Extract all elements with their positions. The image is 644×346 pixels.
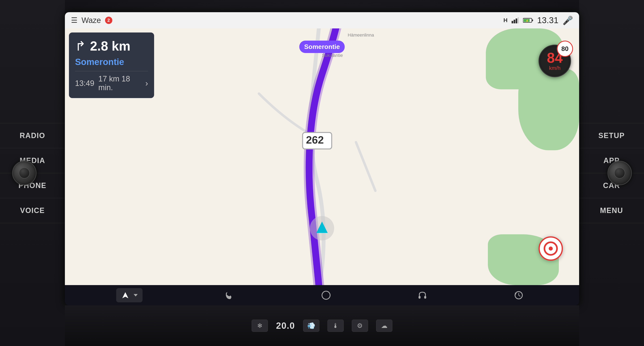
- svg-rect-14: [424, 296, 426, 299]
- map-location-hint-2: Sukulantie: [322, 53, 343, 58]
- nav-distance: 2.8 km: [90, 39, 130, 54]
- climate-icon-5: ☁: [381, 322, 388, 329]
- bottom-item-recent[interactable]: [510, 288, 528, 302]
- android-auto-bottombar: [65, 285, 579, 305]
- svg-rect-5: [532, 20, 533, 21]
- nav-street-name: Somerontie: [75, 57, 148, 67]
- svg-rect-2: [516, 19, 517, 23]
- power-knob-left[interactable]: [12, 161, 36, 185]
- turn-icon: ↱: [75, 39, 86, 54]
- bottom-item-phone[interactable]: [220, 288, 239, 302]
- climate-icon-3: 🌡: [332, 322, 339, 329]
- nav-arrival-time: 13:49: [75, 79, 94, 88]
- climate-button-4[interactable]: ⚙: [352, 320, 368, 332]
- svg-rect-13: [418, 296, 420, 299]
- street-label: Somerontie: [299, 41, 345, 53]
- app-name: Waze: [82, 16, 101, 25]
- volume-knob-right[interactable]: [608, 161, 632, 185]
- dropdown-arrow-icon: [133, 292, 138, 298]
- sidebar-item-setup[interactable]: SETUP: [579, 123, 644, 148]
- clock: 13.31: [537, 16, 558, 25]
- svg-point-12: [322, 291, 330, 299]
- topbar-right: H ⚡ 13.31 🎤: [504, 16, 573, 25]
- speed-limit-badge: 80: [557, 41, 573, 57]
- position-arrow: [316, 222, 328, 233]
- signal-bars-icon: [512, 17, 519, 23]
- nav-expand-icon[interactable]: ›: [146, 79, 148, 88]
- map-location-hint-1: Hämeenlinna: [348, 33, 374, 38]
- nav-remaining: 17 km 18 min.: [98, 75, 141, 92]
- nav-instruction-row: ↱ 2.8 km: [75, 39, 148, 54]
- speed-unit: km/h: [549, 65, 560, 71]
- notification-badge: 2: [105, 17, 112, 24]
- pin-dot: [549, 247, 553, 251]
- main-screen: ☰ Waze 2 H ⚡ 13.31 🎤: [65, 12, 579, 305]
- climate-temperature: 20.0: [276, 321, 295, 331]
- bottom-item-home[interactable]: [317, 288, 335, 302]
- home-icon: [321, 290, 331, 300]
- phone-icon: [225, 290, 235, 300]
- sidebar-item-voice[interactable]: VOICE: [0, 198, 65, 223]
- speed-widget: 80 84 km/h: [538, 45, 571, 77]
- climate-button-3[interactable]: 🌡: [328, 320, 344, 332]
- headphone-icon: [417, 290, 428, 300]
- position-indicator: [310, 216, 334, 240]
- climate-icon-1: ❄: [257, 322, 262, 329]
- network-type-icon: H: [504, 17, 508, 24]
- pin-inner-ring: [544, 241, 558, 256]
- svg-text:⚡: ⚡: [526, 19, 529, 23]
- recent-icon: [514, 290, 524, 300]
- climate-icon-4: ⚙: [357, 322, 363, 329]
- car-bottom-controls: ❄ 20.0 💨 🌡 ⚙ ☁: [65, 305, 579, 346]
- sidebar-item-radio[interactable]: RADIO: [0, 123, 65, 148]
- pin-outer-ring: [538, 236, 563, 261]
- bottom-item-audio[interactable]: [413, 288, 432, 302]
- microphone-icon[interactable]: 🎤: [562, 16, 573, 25]
- sidebar-item-menu[interactable]: MENU: [579, 198, 644, 223]
- menu-icon[interactable]: ☰: [71, 16, 78, 25]
- svg-rect-0: [512, 21, 513, 23]
- svg-rect-3: [518, 17, 519, 23]
- navigation-icon: [120, 290, 130, 300]
- navigation-card: ↱ 2.8 km Somerontie 13:49 17 km 18 min. …: [69, 33, 154, 98]
- position-circle: [310, 216, 334, 240]
- svg-text:262: 262: [306, 134, 324, 146]
- location-pin[interactable]: [538, 236, 563, 261]
- climate-button-2[interactable]: 💨: [303, 320, 319, 332]
- svg-marker-10: [122, 292, 128, 298]
- android-auto-topbar: ☰ Waze 2 H ⚡ 13.31 🎤: [65, 12, 579, 29]
- nav-footer: 13:49 17 km 18 min. ›: [75, 75, 148, 92]
- nav-divider: [75, 71, 148, 71]
- climate-icon-2: 💨: [307, 322, 315, 329]
- climate-button-1[interactable]: ❄: [252, 320, 268, 332]
- map-area[interactable]: 262 Hämeenlinna Somerontie Sukulantie ↱ …: [65, 29, 579, 285]
- svg-rect-1: [514, 20, 515, 23]
- climate-button-5[interactable]: ☁: [376, 320, 392, 332]
- svg-marker-11: [134, 294, 138, 296]
- bottom-item-navigation[interactable]: [116, 288, 142, 302]
- battery-icon: ⚡: [523, 17, 533, 23]
